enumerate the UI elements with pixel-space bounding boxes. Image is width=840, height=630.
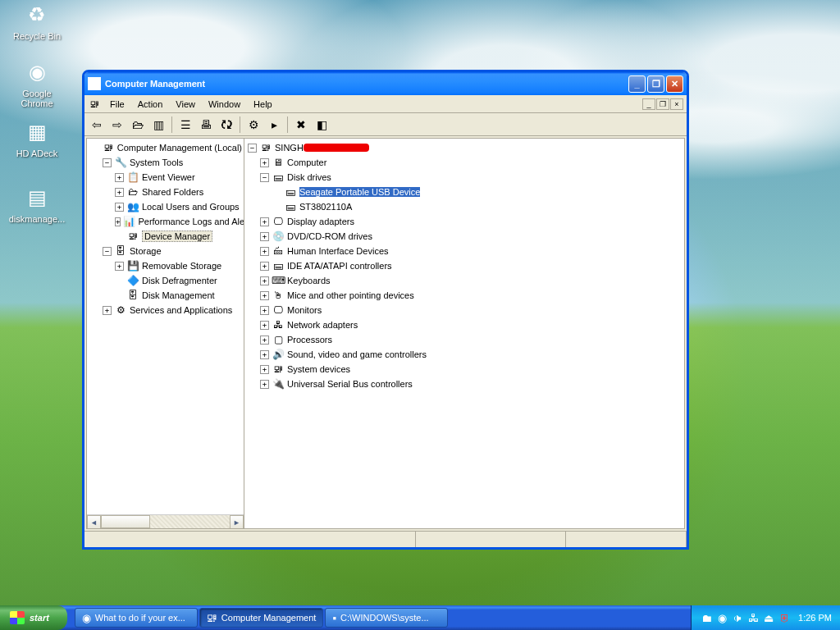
- device-computer[interactable]: +🖥Computer: [246, 155, 682, 170]
- taskbar-chrome-task[interactable]: ◉What to do if your ex...: [75, 608, 198, 628]
- toolbar-enable-button[interactable]: ▸: [265, 116, 283, 134]
- device-category-monitors[interactable]: +🖵Monitors: [246, 303, 682, 317]
- tree-expander[interactable]: +: [260, 350, 269, 359]
- tree-expander[interactable]: +: [260, 365, 269, 374]
- tree-expander[interactable]: −: [248, 144, 257, 153]
- tree-expander[interactable]: +: [260, 380, 269, 389]
- taskbar-compmgmt-task[interactable]: 🖳Computer Management: [199, 608, 324, 628]
- menu-window[interactable]: Window: [202, 98, 247, 111]
- toolbar-print-button[interactable]: 🖶: [197, 116, 215, 134]
- tree-performance-logs-and-alerts[interactable]: +📊Performance Logs and Alerts: [89, 214, 242, 229]
- device-disk-1[interactable]: 🖴ST3802110A: [246, 199, 682, 214]
- device-category-display-adapters[interactable]: +🖵Display adapters: [246, 214, 682, 229]
- tree-expander[interactable]: +: [260, 262, 269, 271]
- device-category-mice-and-other-pointing-devices[interactable]: +🖱Mice and other pointing devices: [246, 288, 682, 303]
- console-tree-pane[interactable]: 🖳Computer Management (Local)−🔧System Too…: [87, 139, 244, 528]
- tree-event-viewer[interactable]: +📋Event Viewer: [89, 170, 242, 185]
- tree-device-manager[interactable]: 🖳Device Manager: [89, 229, 242, 244]
- device-root[interactable]: −🖳SINGH: [246, 140, 682, 155]
- menu-action[interactable]: Action: [131, 98, 170, 111]
- horizontal-scrollbar[interactable]: ◄ ►: [87, 514, 244, 528]
- tree-expander[interactable]: +: [260, 306, 269, 315]
- start-button[interactable]: start: [0, 605, 67, 630]
- mdi-restore[interactable]: ❐: [656, 98, 669, 110]
- mdi-close[interactable]: ×: [670, 98, 683, 110]
- tree-local-users-and-groups[interactable]: +👥Local Users and Groups: [89, 199, 242, 214]
- tree-disk-defragmenter[interactable]: 🔷Disk Defragmenter: [89, 273, 242, 288]
- device-category-sound-video-and-game-controllers[interactable]: +🔊Sound, video and game controllers: [246, 347, 682, 362]
- tree-expander[interactable]: +: [260, 291, 269, 300]
- menu-view[interactable]: View: [169, 98, 202, 111]
- tree-system-tools[interactable]: −🔧System Tools: [89, 155, 242, 170]
- tray-shield-icon[interactable]: ⛨: [778, 611, 791, 624]
- device-category-ide-ata-atapi-controllers[interactable]: +🖴IDE ATA/ATAPI controllers: [246, 258, 682, 273]
- tray-network-icon[interactable]: 🖧: [746, 611, 760, 624]
- tree-expander[interactable]: +: [260, 158, 269, 167]
- toolbar-scan-button[interactable]: ⚙: [244, 116, 262, 134]
- tree-expander[interactable]: +: [260, 321, 269, 330]
- device-disk-drives[interactable]: −🖴Disk drives: [246, 170, 682, 185]
- tree-storage[interactable]: −🗄Storage: [89, 244, 242, 258]
- device-category-dvd-cd-rom-drives[interactable]: +💿DVD/CD-ROM drives: [246, 229, 682, 244]
- toolbar-up-button[interactable]: 🗁: [129, 116, 147, 134]
- clock[interactable]: 1:26 PM: [798, 613, 832, 623]
- menu-file[interactable]: File: [103, 98, 131, 111]
- tree-expander[interactable]: +: [103, 306, 112, 315]
- tree-shared-folders[interactable]: +🗁Shared Folders: [89, 185, 242, 199]
- scroll-left-button[interactable]: ◄: [87, 515, 101, 528]
- tree-expander[interactable]: +: [260, 247, 269, 256]
- device-manager-pane[interactable]: −🖳SINGH+🖥Computer−🖴Disk drives🖴Seagate P…: [244, 139, 684, 528]
- desktop-icon-recycle-bin[interactable]: ♻Recycle Bin: [8, 2, 66, 41]
- toolbar-update-button[interactable]: ◧: [313, 116, 331, 134]
- tree-expander[interactable]: +: [260, 276, 269, 285]
- device-category-keyboards[interactable]: +⌨Keyboards: [246, 273, 682, 288]
- tray-volume-icon[interactable]: 🕩: [731, 611, 744, 624]
- toolbar-show-hide-button[interactable]: ▥: [149, 116, 167, 134]
- scroll-right-button[interactable]: ►: [230, 515, 244, 528]
- device-category-universal-serial-bus-controllers[interactable]: +🔌Universal Serial Bus controllers: [246, 377, 682, 391]
- tree-expander[interactable]: +: [115, 188, 124, 197]
- toolbar-refresh-button[interactable]: 🗘: [217, 116, 235, 134]
- menu-help[interactable]: Help: [247, 98, 279, 111]
- tree-removable-storage[interactable]: +💾Removable Storage: [89, 258, 242, 273]
- desktop-icon-google-chrome[interactable]: ◉Google Chrome: [8, 59, 66, 108]
- close-button[interactable]: ✕: [666, 75, 683, 93]
- device-category-network-adapters[interactable]: +🖧Network adapters: [246, 317, 682, 332]
- desktop-icon-hd-adeck[interactable]: ▦HD ADeck: [8, 119, 66, 158]
- tree-expander[interactable]: −: [103, 247, 112, 256]
- tree-expander[interactable]: +: [115, 262, 124, 271]
- tree-expander[interactable]: −: [103, 158, 112, 167]
- mdi-minimize[interactable]: _: [642, 98, 655, 110]
- taskbar-cmd-task[interactable]: ▪C:\WINDOWS\syste...: [325, 608, 448, 628]
- device-category-system-devices[interactable]: +🖳System devices: [246, 362, 682, 377]
- minimize-button[interactable]: _: [628, 75, 646, 93]
- tree-node-label: Mice and other pointing devices: [287, 290, 414, 300]
- toolbar-back-button[interactable]: ⇦: [88, 116, 106, 134]
- toolbar-properties-button[interactable]: ☰: [176, 116, 194, 134]
- titlebar[interactable]: 🖳 Computer Management _ ❐ ✕: [84, 72, 687, 95]
- tree-expander[interactable]: −: [260, 173, 269, 182]
- tree-expander[interactable]: +: [115, 173, 124, 182]
- tray-chrome-icon[interactable]: ◉: [715, 611, 728, 624]
- tree-expander[interactable]: +: [115, 203, 124, 212]
- system-tray[interactable]: 🖿 ◉ 🕩 🖧 ⏏ ⛨ 1:26 PM: [691, 605, 840, 630]
- tray-lang-icon[interactable]: 🖿: [700, 611, 713, 624]
- device-disk-0[interactable]: 🖴Seagate Portable USB Device: [246, 185, 682, 199]
- maximize-button[interactable]: ❐: [647, 75, 664, 93]
- tree-expander[interactable]: +: [115, 217, 121, 226]
- tree-expander[interactable]: +: [260, 217, 269, 226]
- desktop[interactable]: ♻Recycle Bin◉Google Chrome▦HD ADeck▤disk…: [0, 0, 840, 630]
- tree-expander[interactable]: +: [260, 336, 269, 345]
- scroll-thumb[interactable]: [101, 515, 150, 528]
- desktop-icon-diskmanagement[interactable]: ▤diskmanage...: [8, 185, 66, 224]
- tree-services[interactable]: +⚙Services and Applications: [89, 303, 242, 317]
- tree-disk-management[interactable]: 🗄Disk Management: [89, 288, 242, 303]
- tree-root[interactable]: 🖳Computer Management (Local): [89, 140, 242, 155]
- device-category-human-interface-devices[interactable]: +🖮Human Interface Devices: [246, 244, 682, 258]
- tray-safely-remove-icon[interactable]: ⏏: [762, 611, 775, 624]
- tree-expander[interactable]: +: [260, 232, 269, 241]
- task-icon: ◉: [82, 612, 91, 624]
- toolbar-forward-button[interactable]: ⇨: [108, 116, 126, 134]
- toolbar-uninstall-button[interactable]: ✖: [292, 116, 310, 134]
- device-category-processors[interactable]: +▢Processors: [246, 332, 682, 347]
